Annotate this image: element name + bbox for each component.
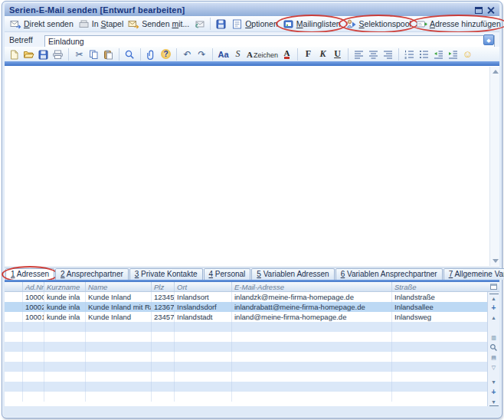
scroll-down-icon[interactable]: [493, 259, 499, 263]
column-header-strasse[interactable]: Straße: [392, 282, 487, 291]
optionen-button[interactable]: Optionen: [229, 18, 280, 30]
record-next-icon[interactable]: ▼: [489, 378, 499, 386]
paperclip-icon: [146, 49, 157, 60]
dropdown-arrow-icon: ◆: [486, 38, 490, 43]
redo-button[interactable]: ↷: [195, 48, 208, 61]
title-bar: Serien-E-Mail senden [Entwurf bearbeiten…: [5, 3, 499, 16]
cut-button[interactable]: ✂: [73, 48, 86, 61]
font-icon: Aa: [218, 50, 228, 59]
scroll-up-icon[interactable]: [493, 70, 499, 74]
tab-allgemeine-variablen[interactable]: 7 Allgemeine Variablen: [443, 268, 504, 280]
save-button[interactable]: [213, 18, 229, 30]
editor-scrollbar[interactable]: [489, 67, 499, 266]
senden-mit-button[interactable]: Senden mit...: [126, 18, 191, 30]
column-layout-icon[interactable]: ▥: [489, 333, 499, 342]
empty-row: [5, 382, 499, 392]
toolbar-separator: [212, 48, 213, 61]
row-selector-header: [5, 282, 23, 291]
optionen-label: Optionen: [245, 19, 278, 28]
selektionspool-button[interactable]: Selektionspool: [343, 18, 414, 30]
send-with-icon: [128, 18, 139, 29]
redo-icon: ↷: [198, 49, 205, 60]
open-button[interactable]: [22, 48, 35, 61]
align-left-button[interactable]: [352, 48, 365, 61]
help-button[interactable]: ?: [159, 48, 172, 61]
column-chooser-button[interactable]: [487, 282, 499, 291]
direkt-senden-label: Direkt senden: [24, 19, 74, 28]
undo-button[interactable]: ↶: [181, 48, 194, 61]
tab-adressen[interactable]: 1 Adressen: [5, 268, 54, 280]
copy-icon: [88, 49, 100, 60]
format-toolbar: ✂ ? ↶ ↷ Aa S AZeichen A F K U ☺: [5, 47, 499, 61]
save-document-button[interactable]: [37, 48, 50, 61]
column-header-name[interactable]: Name: [86, 282, 152, 291]
bold-button[interactable]: F: [302, 48, 315, 61]
undo-icon: ↶: [183, 49, 191, 60]
align-center-button[interactable]: [367, 48, 380, 61]
table-row-selected[interactable]: 10002 kunde inla Kunde Inland mit Rabatt…: [5, 302, 499, 312]
scissors-icon: ✂: [75, 49, 83, 60]
empty-row: [5, 352, 499, 362]
record-last-icon[interactable]: ▼: [489, 398, 499, 406]
tab-variablen-ansprechpartner[interactable]: 6 Variablen Ansprechpartner: [335, 268, 443, 280]
empty-row: [5, 392, 499, 402]
subject-row: Betreff ◆: [5, 32, 499, 47]
align-center-icon: [368, 49, 379, 60]
filter-icon[interactable]: ▽: [489, 363, 499, 372]
numbered-list-icon: [404, 49, 415, 60]
mailinglisten-button[interactable]: Mailinglisten: [280, 18, 343, 30]
tab-private-kontakte[interactable]: 3 Private Kontakte: [129, 268, 203, 280]
search-button[interactable]: [123, 48, 136, 61]
indent-button[interactable]: [447, 48, 460, 61]
font-color-button[interactable]: A: [280, 48, 293, 61]
tab-personal[interactable]: 4 Personal: [204, 268, 251, 280]
column-header-adnr[interactable]: Ad.Nr: [23, 282, 44, 291]
direkt-senden-button[interactable]: Direkt senden: [8, 18, 76, 30]
character-button[interactable]: AZeichen: [246, 48, 279, 61]
subject-dropdown-button[interactable]: ◆: [483, 34, 494, 45]
restore-button[interactable]: [475, 3, 483, 17]
record-prev-icon[interactable]: ▲: [489, 313, 499, 322]
align-left-icon: [353, 49, 365, 60]
adresse-hinzufuegen-button[interactable]: Adresse hinzufügen: [414, 18, 503, 30]
tab-variablen-adressen[interactable]: 5 Variablen Adressen: [251, 268, 334, 280]
column-header-kurzname[interactable]: Kurzname: [44, 282, 86, 291]
bullet-list-button[interactable]: [417, 48, 430, 61]
style-button[interactable]: S: [231, 48, 244, 61]
email-body-editor[interactable]: [5, 66, 499, 267]
record-append-icon[interactable]: +: [489, 388, 499, 396]
send-later-button[interactable]: [191, 18, 208, 30]
attach-button[interactable]: [145, 48, 158, 61]
italic-button[interactable]: K: [316, 48, 329, 61]
empty-row: [5, 322, 499, 332]
new-document-button[interactable]: [8, 48, 21, 61]
underline-icon: U: [334, 48, 341, 60]
column-header-email[interactable]: E-Mail-Adresse: [232, 282, 392, 291]
sort-icon[interactable]: ▤: [489, 353, 499, 362]
copy-button[interactable]: [87, 48, 100, 61]
outdent-button[interactable]: [432, 48, 445, 61]
paste-button[interactable]: [102, 48, 115, 61]
column-header-ort[interactable]: Ort: [175, 282, 232, 291]
record-first-icon[interactable]: ▲: [489, 294, 499, 302]
smiley-button[interactable]: ☺: [461, 48, 474, 61]
close-button[interactable]: [487, 3, 495, 17]
numbered-list-button[interactable]: [403, 48, 416, 61]
table-row[interactable]: 10001 kunde inla Kunde Inland 23457 Inla…: [5, 312, 499, 322]
record-insert-icon[interactable]: +: [489, 304, 499, 312]
align-right-button[interactable]: [381, 48, 394, 61]
close-icon: [487, 6, 495, 14]
column-header-plz[interactable]: Plz: [152, 282, 175, 291]
search-record-icon[interactable]: [489, 343, 499, 352]
tab-ansprechpartner[interactable]: 2 Ansprechpartner: [55, 268, 129, 280]
table-header: Ad.Nr Kurzname Name Plz Ort E-Mail-Adres…: [5, 282, 499, 292]
in-stapel-button[interactable]: In Stapel: [76, 18, 126, 30]
print-button[interactable]: [51, 48, 64, 61]
underline-button[interactable]: U: [331, 48, 344, 61]
table-row[interactable]: 10000 kunde inla Kunde Inland 12345 Inla…: [5, 292, 499, 302]
align-right-icon: [382, 49, 394, 60]
subject-input[interactable]: [44, 35, 495, 48]
record-navigator: ▲ + ▲ ▥ ▤ ▽ ▼ + ▼: [487, 292, 499, 406]
font-color-icon: A: [284, 49, 290, 59]
font-button[interactable]: Aa: [217, 48, 230, 61]
